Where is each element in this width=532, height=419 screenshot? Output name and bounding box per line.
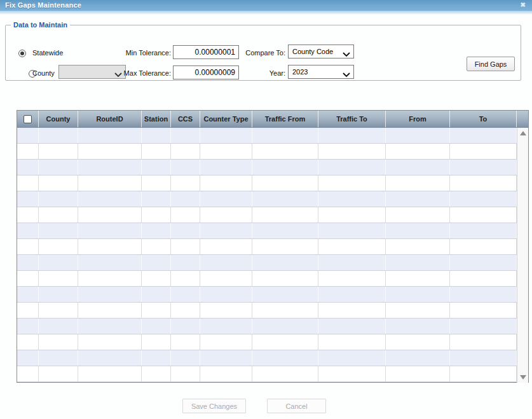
table-cell [17, 271, 39, 286]
table-cell [252, 255, 318, 270]
table-cell [17, 350, 39, 366]
compare-to-selected-value: County Code [292, 48, 333, 55]
table-cell [386, 319, 450, 334]
table-cell [39, 334, 78, 350]
table-cell [318, 366, 386, 381]
table-row [17, 334, 517, 350]
table-cell [252, 287, 318, 302]
results-grid: CountyRouteIDStationCCSCounter TypeTraff… [17, 110, 529, 383]
table-cell [171, 128, 200, 143]
table-cell [318, 223, 386, 238]
table-cell [142, 366, 171, 381]
titlebar: Fix Gaps Maintenance ✖ [0, 0, 532, 11]
table-cell [39, 350, 78, 366]
vertical-scrollbar[interactable] [517, 128, 528, 383]
table-cell [171, 303, 200, 318]
table-row [17, 303, 517, 319]
save-changes-button[interactable]: Save Changes [182, 399, 246, 413]
table-cell [17, 128, 39, 143]
table-cell [142, 303, 171, 318]
table-cell [200, 223, 252, 238]
compare-to-select[interactable]: County Code [288, 45, 354, 58]
table-cell [171, 287, 200, 302]
table-row [17, 366, 517, 382]
table-cell [17, 334, 39, 350]
table-cell [200, 160, 252, 175]
table-cell [318, 207, 386, 223]
table-cell [450, 366, 517, 381]
table-cell [318, 239, 386, 254]
table-cell [450, 319, 517, 334]
table-cell [78, 239, 142, 254]
scroll-down-icon[interactable] [520, 375, 526, 380]
table-row [17, 271, 517, 287]
column-header-traffic-from: Traffic From [252, 111, 318, 127]
table-cell [200, 128, 252, 143]
scroll-up-icon[interactable] [520, 131, 526, 135]
table-cell [318, 255, 386, 270]
statewide-radio[interactable] [18, 50, 26, 57]
table-cell [171, 350, 200, 366]
table-cell [142, 191, 171, 207]
table-cell [318, 303, 386, 318]
table-cell [252, 223, 318, 238]
table-cell [200, 144, 252, 159]
table-cell [17, 287, 39, 302]
table-cell [142, 128, 171, 143]
table-cell [450, 239, 517, 254]
table-cell [39, 271, 78, 286]
group-legend: Data to Maintain [11, 21, 70, 29]
table-cell [200, 239, 252, 254]
year-select[interactable]: 2023 [288, 65, 354, 79]
table-cell [450, 287, 517, 302]
cancel-button[interactable]: Cancel [267, 399, 326, 413]
table-row [17, 160, 517, 175]
find-gaps-button[interactable]: Find Gaps [467, 57, 515, 71]
table-cell [318, 160, 386, 175]
table-cell [17, 223, 39, 238]
window-title: Fix Gaps Maintenance [0, 0, 532, 11]
min-tolerance-label: Min Tolerance: [79, 49, 171, 57]
table-cell [200, 334, 252, 350]
table-cell [252, 350, 318, 366]
table-cell [171, 207, 200, 223]
fix-gaps-dialog: Fix Gaps Maintenance ✖ Data to Maintain … [0, 0, 532, 419]
column-header-station: Station [142, 111, 171, 127]
table-cell [450, 271, 517, 286]
table-cell [386, 191, 450, 207]
table-cell [17, 207, 39, 223]
table-cell [171, 191, 200, 207]
table-cell [450, 144, 517, 159]
table-cell [252, 175, 318, 191]
table-cell [142, 319, 171, 334]
column-header-from: From [386, 111, 450, 127]
table-cell [386, 239, 450, 254]
table-cell [39, 303, 78, 318]
table-cell [252, 334, 318, 350]
table-cell [450, 191, 517, 207]
table-cell [39, 144, 78, 159]
table-cell [17, 303, 39, 318]
table-cell [200, 271, 252, 286]
table-cell [78, 255, 142, 270]
table-cell [39, 207, 78, 223]
table-cell [39, 287, 78, 302]
table-cell [78, 319, 142, 334]
table-row [17, 191, 517, 207]
compare-to-label: Compare To: [200, 49, 285, 57]
table-cell [252, 160, 318, 175]
table-cell [171, 223, 200, 238]
table-cell [17, 144, 39, 159]
year-selected-value: 2023 [292, 68, 308, 76]
table-cell [78, 303, 142, 318]
table-cell [252, 303, 318, 318]
table-cell [17, 366, 39, 381]
table-cell [386, 271, 450, 286]
table-cell [386, 223, 450, 238]
table-row [17, 207, 517, 223]
table-cell [450, 207, 517, 223]
select-all-checkbox[interactable] [24, 115, 32, 123]
close-icon[interactable]: ✖ [521, 0, 526, 11]
county-radio-label: County [32, 69, 55, 77]
table-cell [450, 175, 517, 191]
